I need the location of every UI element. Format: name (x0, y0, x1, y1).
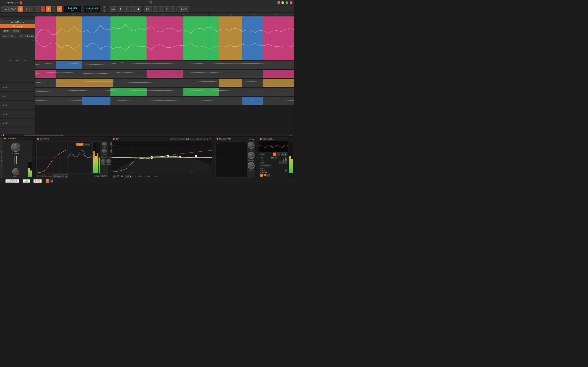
peak-button[interactable]: Peak (76, 143, 83, 146)
mix-tab[interactable]: MIX (23, 179, 30, 183)
take2-gray2[interactable] (147, 88, 183, 96)
track-content[interactable]: TRACK (35, 17, 294, 134)
take4-pink3[interactable] (263, 70, 294, 78)
take5-close-button[interactable]: × (33, 86, 34, 88)
connector-de-esser-dynamics[interactable]: + (33, 137, 36, 178)
eq-band-solo[interactable]: ◉ (121, 175, 123, 177)
comp-clip-gold1[interactable] (56, 17, 82, 60)
comp-track-waveform[interactable] (35, 17, 294, 60)
sc-fx-button[interactable]: Sc FX (100, 175, 108, 177)
play-button[interactable]: ▶ (18, 6, 23, 12)
hold-up-button[interactable]: ▲ (285, 156, 287, 159)
sc-bypass-button[interactable]: × (36, 175, 39, 177)
de-esser-power-button[interactable] (4, 138, 6, 140)
scroll-left-arrow[interactable]: ◀ (1, 134, 2, 136)
onsets-button[interactable]: Onsets (11, 29, 21, 33)
status-icon-1[interactable]: □ (46, 179, 49, 183)
take2-track[interactable] (35, 87, 294, 96)
take3-gray2[interactable] (113, 79, 183, 87)
input-knob[interactable] (248, 142, 255, 149)
eq-band-num[interactable]: 3 (113, 175, 116, 178)
record2-button[interactable]: ⏺ (57, 6, 62, 12)
eq-band-power[interactable]: ⏻ (117, 175, 120, 177)
comping-view-button[interactable]: ⊞ (46, 6, 51, 12)
take1-gray2[interactable] (111, 97, 242, 105)
take1-blue2[interactable] (242, 97, 263, 105)
take2-green1[interactable] (111, 88, 147, 96)
horizontal-scrollbar[interactable]: ◀ 🔒 ▶ 1/16 ▸ (0, 134, 294, 136)
take4-gray2[interactable] (183, 70, 219, 78)
take3-gold3[interactable] (263, 79, 294, 87)
maximize-button[interactable] (285, 1, 288, 4)
toolbar-return[interactable]: ↩ (130, 6, 135, 12)
take5-track[interactable] (35, 60, 294, 69)
connector-peaklim-osc[interactable]: + (256, 137, 259, 178)
take1-blue1[interactable] (82, 97, 111, 105)
add2-button[interactable]: + (52, 6, 56, 12)
take3-gray3[interactable] (183, 79, 219, 87)
arrange-tab[interactable]: ARRANGE (5, 179, 19, 183)
eq-band-type-select[interactable]: Bell (125, 175, 132, 178)
redo-button[interactable]: ↪ (159, 6, 164, 12)
formant-button[interactable]: Formant (26, 34, 36, 38)
comp-clip-pink3[interactable] (263, 17, 294, 60)
delete-button[interactable]: ✕ (170, 6, 175, 12)
de-esser-freq-knob[interactable] (11, 142, 20, 152)
add-take-button[interactable]: + (33, 39, 34, 42)
take5-gray4[interactable] (219, 61, 242, 69)
stretch-button[interactable]: Stretch (1, 29, 11, 33)
edit-toolbar-button[interactable]: EDIT (145, 6, 152, 12)
take4-pink1[interactable] (35, 70, 56, 78)
take3-gold2[interactable] (219, 79, 242, 87)
comp-clip-gold2[interactable] (219, 17, 242, 60)
stop-button[interactable]: ■ (24, 6, 29, 12)
take5-blue1[interactable] (56, 61, 82, 69)
connector-eq-peaklim[interactable]: + (212, 137, 215, 178)
take3-gray4[interactable] (242, 79, 263, 87)
ab-color-b[interactable]: B (266, 174, 270, 177)
rms-button[interactable]: RMS (83, 143, 90, 146)
eq-power-button[interactable] (113, 138, 115, 140)
undo-button[interactable]: ↩ (153, 6, 158, 12)
minimize-button[interactable] (281, 1, 284, 4)
ab-a-button[interactable]: A (273, 152, 277, 156)
release-knob-lim[interactable] (248, 152, 255, 159)
attack-knob[interactable] (101, 159, 105, 164)
comp-clip-blue1[interactable] (82, 17, 111, 60)
take2-close-button[interactable]: × (33, 113, 34, 115)
take4-gray4[interactable] (242, 70, 263, 78)
freeze-button[interactable]: ❄ Freeze (260, 164, 271, 167)
comping-button[interactable]: Comping (0, 24, 35, 28)
edit-tab[interactable]: EDIT (33, 179, 42, 183)
comp-clip-blue2-selected[interactable] (242, 17, 263, 60)
gain-button[interactable]: Gain (1, 34, 9, 38)
osc-icon1[interactable]: ⊟ (281, 152, 284, 156)
play-label-button[interactable]: PLAY (9, 6, 17, 12)
copy-button[interactable]: ⎘ (164, 6, 169, 12)
comp-clip-green2[interactable] (183, 17, 219, 60)
take1-gray1[interactable] (35, 97, 82, 105)
pitch-button[interactable]: Pitch (17, 34, 25, 38)
toolbar-stop2[interactable]: ⏹ (118, 6, 123, 12)
comp-clip-green1[interactable] (111, 17, 147, 60)
take4-gray3[interactable] (219, 70, 242, 78)
take4-close-button[interactable]: × (33, 95, 34, 97)
scroll-right-arrow[interactable]: ▶ (62, 134, 64, 136)
keytrack-icon[interactable]: ⊞ (285, 169, 287, 172)
take4-pink2[interactable] (147, 70, 183, 78)
record-button[interactable]: ● (29, 6, 34, 12)
osc-icon2[interactable]: ▶ (284, 152, 287, 156)
audio-events-button[interactable]: Audio Events (0, 20, 35, 24)
peak-limiter-power-button[interactable] (216, 138, 218, 140)
device-input-select[interactable]: Device Input (53, 174, 68, 178)
take5-gray5[interactable] (242, 61, 294, 69)
file-button[interactable]: FILE (1, 6, 9, 12)
take3-gold1[interactable] (56, 79, 113, 87)
take2-gray1[interactable] (35, 88, 111, 96)
de-esser-amount-knob[interactable] (12, 168, 19, 175)
release-knob[interactable] (106, 159, 111, 164)
toolbar-save[interactable]: 💾 (136, 6, 141, 12)
ratio1-knob[interactable] (102, 142, 107, 146)
sync-down-button[interactable]: ▼ (103, 9, 106, 12)
slope-down-button[interactable]: ▼ (283, 161, 287, 164)
